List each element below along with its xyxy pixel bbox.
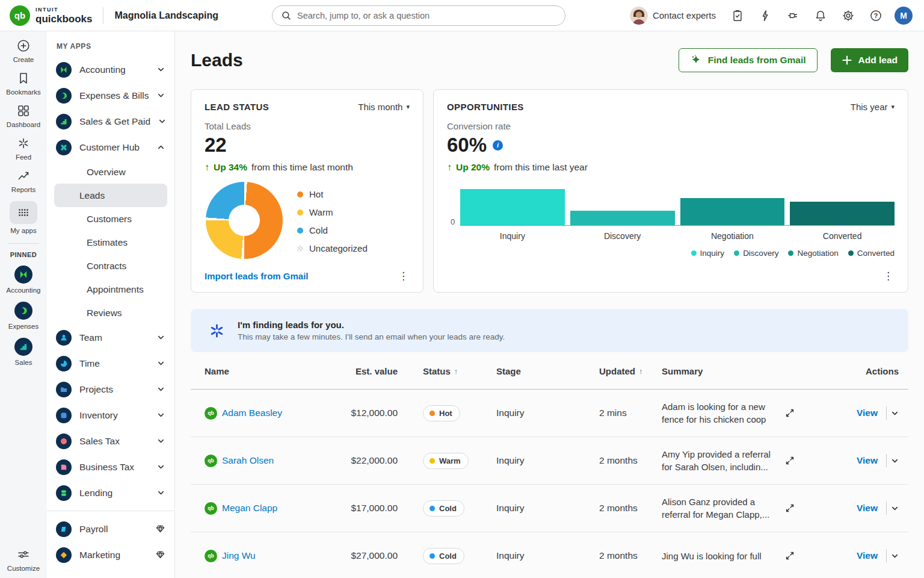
chevron-down-icon <box>157 334 165 341</box>
lead-name-link[interactable]: Sarah Olsen <box>222 455 274 466</box>
find-leads-label: Find leads from Gmail <box>708 55 806 66</box>
apps-panel-item-customer-hub[interactable]: Customer Hub <box>47 134 174 160</box>
bar-column-converted <box>790 202 895 225</box>
table-row: qb Sarah Olsen $22,000.00 Warm Inquiry 2… <box>191 437 908 485</box>
main-content: Leads Find leads from Gmail Add lead <box>175 31 924 578</box>
lead-status-menu-button[interactable]: ⋮ <box>393 267 413 285</box>
add-lead-label: Add lead <box>858 55 898 66</box>
lead-name-link[interactable]: Adam Beasley <box>222 408 282 418</box>
import-leads-from-gmail-link[interactable]: Import leads from Gmail <box>205 271 309 281</box>
apps-panel-item-accounting[interactable]: Accounting <box>47 57 174 82</box>
lead-name-link[interactable]: Jing Wu <box>222 550 256 561</box>
status-badge: Hot <box>423 405 460 421</box>
hot-legend-dot <box>297 191 303 197</box>
trend-rest: from this time last year <box>494 162 588 173</box>
opportunities-menu-button[interactable]: ⋮ <box>878 267 898 285</box>
pinned-item-expenses[interactable]: Expenses <box>2 302 45 330</box>
sparkle-icon <box>690 54 702 66</box>
header-status[interactable]: Status ↑ <box>400 366 496 376</box>
bar-column-inquiry <box>460 189 565 225</box>
apps-panel-item-contracts[interactable]: Contracts <box>54 254 167 278</box>
pinned-item-sales[interactable]: Sales <box>2 338 45 366</box>
sales-app-icon <box>56 114 72 129</box>
expand-summary-icon[interactable] <box>784 550 795 561</box>
expand-summary-icon[interactable] <box>784 408 795 418</box>
lead-name-link[interactable]: Megan Clapp <box>222 503 277 514</box>
apps-panel-item-lending[interactable]: Lending <box>47 480 174 506</box>
quick-actions-button[interactable] <box>753 4 777 28</box>
rail-item-reports[interactable]: Reports <box>2 169 45 193</box>
chevron-down-icon <box>891 505 899 512</box>
lead-status-legend: Hot Warm Cold Uncategorized <box>297 182 368 259</box>
chevron-down-icon <box>891 552 899 560</box>
warm-legend-dot <box>297 210 303 216</box>
apps-panel-item-payroll[interactable]: Payroll <box>47 516 174 542</box>
info-icon[interactable]: i <box>493 140 503 151</box>
header-est-value[interactable]: Est. value <box>347 366 400 376</box>
header-name[interactable]: Name <box>191 366 347 376</box>
status-dot <box>430 553 435 559</box>
rail-label: Dashboard <box>7 121 40 128</box>
help-button[interactable]: ? <box>864 4 888 28</box>
pinned-heading: PINNED <box>10 251 37 258</box>
apps-panel-item-team[interactable]: Team <box>47 325 174 350</box>
accounting-app-icon <box>14 266 32 284</box>
contact-experts-button[interactable]: Contact experts <box>627 4 722 27</box>
view-lead-button[interactable]: View <box>857 550 886 561</box>
apps-panel-item-inventory[interactable]: Inventory <box>47 402 174 428</box>
apps-panel-item-leads[interactable]: Leads <box>54 184 167 207</box>
header-stage[interactable]: Stage <box>496 366 599 376</box>
global-search[interactable] <box>272 5 565 26</box>
apps-panel-item-marketing[interactable]: Marketing <box>47 542 174 568</box>
rail-item-feed[interactable]: Feed <box>2 136 45 161</box>
apps-panel-item-sales-get-paid[interactable]: Sales & Get Paid <box>47 108 174 134</box>
rail-item-my-apps[interactable]: My apps <box>2 201 45 234</box>
lead-status-period-selector[interactable]: This month ▾ <box>358 102 410 112</box>
row-actions-chevron-button[interactable] <box>887 409 902 417</box>
rail-item-dashboard[interactable]: Dashboard <box>2 104 45 128</box>
row-actions-chevron-button[interactable] <box>887 505 902 512</box>
lead-est-value: $17,000.00 <box>347 503 400 514</box>
add-lead-button[interactable]: Add lead <box>831 48 908 72</box>
rail-item-bookmarks[interactable]: Bookmarks <box>2 71 45 96</box>
banner-title: I'm finding leads for you. <box>238 320 505 330</box>
pinned-item-accounting[interactable]: Accounting <box>2 266 45 294</box>
apps-panel-item-customers[interactable]: Customers <box>54 207 167 231</box>
rail-label: Create <box>13 56 34 63</box>
view-lead-button[interactable]: View <box>857 455 886 466</box>
apps-panel-item-projects[interactable]: Projects <box>47 376 174 402</box>
apps-panel-item-sales-tax[interactable]: Sales Tax <box>47 428 174 454</box>
view-lead-button[interactable]: View <box>857 408 886 418</box>
apps-panel-item-estimates[interactable]: Estimates <box>54 231 167 254</box>
bookmark-icon <box>16 71 31 85</box>
settings-button[interactable] <box>836 4 860 28</box>
expand-summary-icon[interactable] <box>784 503 795 514</box>
rail-item-create[interactable]: Create <box>2 39 45 63</box>
profile-avatar-button[interactable]: M <box>892 4 916 28</box>
rail-item-customize[interactable]: Customize <box>2 547 45 572</box>
row-actions-chevron-button[interactable] <box>887 457 902 465</box>
header-updated[interactable]: Updated ↑ <box>599 366 662 376</box>
apps-panel-item-overview[interactable]: Overview <box>54 160 167 184</box>
view-lead-button[interactable]: View <box>857 503 886 514</box>
legend-item-hot: Hot <box>297 189 368 199</box>
search-input[interactable] <box>297 11 556 20</box>
apps-panel-item-expenses-bills[interactable]: Expenses & Bills <box>47 82 174 108</box>
search-icon <box>281 10 292 21</box>
find-leads-from-gmail-button[interactable]: Find leads from Gmail <box>679 48 818 72</box>
row-actions-chevron-button[interactable] <box>887 552 902 560</box>
apps-panel-item-reviews[interactable]: Reviews <box>54 301 167 325</box>
notifications-button[interactable] <box>808 4 833 28</box>
quickbooks-logo[interactable]: qb INTUIT quickbooks <box>10 5 92 26</box>
apps-panel-item-business-tax[interactable]: Business Tax <box>47 454 174 480</box>
chevron-down-icon <box>157 463 165 471</box>
integrations-button[interactable] <box>781 4 805 28</box>
apps-panel-item-appointments[interactable]: Appointments <box>54 278 167 301</box>
opportunities-period-selector[interactable]: This year ▾ <box>851 102 895 112</box>
qb-lead-icon: qb <box>205 502 217 515</box>
expand-summary-icon[interactable] <box>784 455 795 466</box>
tasks-clipboard-button[interactable] <box>725 4 750 28</box>
apps-panel-item-time[interactable]: Time <box>47 350 174 376</box>
lead-updated: 2 months <box>599 503 662 514</box>
conversion-rate-label: Conversion rate <box>447 121 895 131</box>
